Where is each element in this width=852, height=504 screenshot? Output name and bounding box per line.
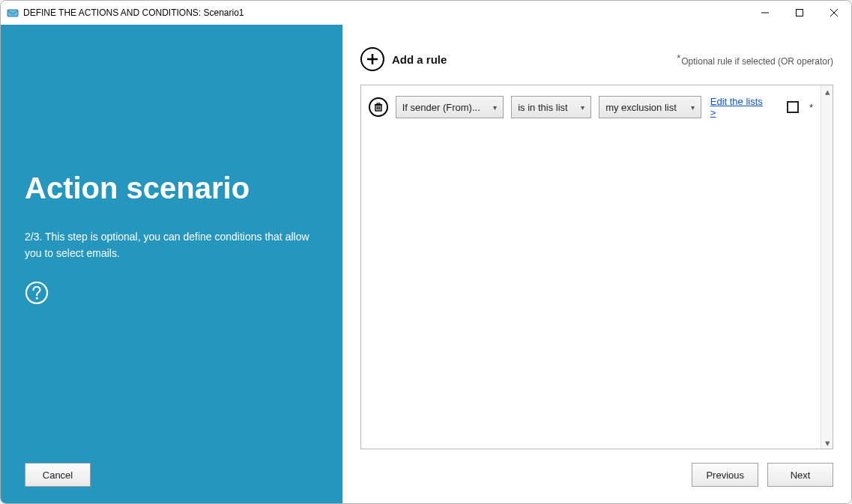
- rule-operator-value: is in this list: [518, 102, 567, 113]
- scrollbar[interactable]: ▴ ▾: [821, 85, 833, 449]
- optional-note-text: Optional rule if selected (OR operator): [681, 56, 833, 67]
- titlebar-left: DEFINE THE ACTIONS AND CONDITIONS: Scena…: [7, 7, 244, 19]
- optional-note: *Optional rule if selected (OR operator): [677, 52, 833, 67]
- scroll-up-icon[interactable]: ▴: [821, 85, 833, 97]
- main-panel: Add a rule *Optional rule if selected (O…: [342, 25, 851, 503]
- optional-marker: *: [809, 102, 813, 113]
- next-button[interactable]: Next: [767, 463, 833, 487]
- svg-point-5: [26, 282, 47, 303]
- maximize-button[interactable]: [782, 1, 817, 25]
- asterisk-icon: *: [677, 52, 680, 64]
- rule-field-value: If sender (From)...: [402, 102, 480, 113]
- main-header: Add a rule *Optional rule if selected (O…: [360, 41, 833, 77]
- optional-checkbox[interactable]: [787, 101, 799, 113]
- add-rule-label: Add a rule: [392, 53, 447, 66]
- plus-icon: [360, 47, 384, 71]
- rules-list: If sender (From)... ▾ is in this list ▾ …: [360, 85, 833, 449]
- sidebar-heading: Action scenario: [25, 171, 318, 205]
- close-button[interactable]: [817, 1, 851, 25]
- window-title: DEFINE THE ACTIONS AND CONDITIONS: Scena…: [23, 7, 244, 18]
- chevron-down-icon: ▾: [581, 103, 584, 112]
- chevron-down-icon: ▾: [493, 103, 497, 112]
- cancel-button[interactable]: Cancel: [25, 463, 91, 487]
- footer: Previous Next: [360, 449, 833, 487]
- svg-point-6: [36, 297, 38, 300]
- sidebar: Action scenario 2/3. This step is option…: [1, 25, 342, 503]
- svg-rect-2: [797, 10, 803, 16]
- edit-lists-link[interactable]: Edit the lists >: [710, 96, 770, 118]
- scroll-down-icon[interactable]: ▾: [821, 437, 833, 449]
- sidebar-footer: Cancel: [25, 463, 91, 487]
- rule-operator-select[interactable]: is in this list ▾: [511, 96, 591, 118]
- rule-value-text: my exclusion list: [605, 102, 677, 113]
- chevron-down-icon: ▾: [691, 103, 695, 112]
- add-rule-button[interactable]: Add a rule: [360, 47, 447, 71]
- titlebar: DEFINE THE ACTIONS AND CONDITIONS: Scena…: [1, 1, 851, 25]
- dialog-window: DEFINE THE ACTIONS AND CONDITIONS: Scena…: [0, 0, 852, 504]
- sidebar-description: 2/3. This step is optional, you can defi…: [25, 229, 309, 261]
- help-icon[interactable]: [25, 281, 318, 307]
- rule-value-select[interactable]: my exclusion list ▾: [599, 96, 701, 118]
- app-icon: [7, 7, 19, 19]
- dialog-body: Action scenario 2/3. This step is option…: [1, 25, 851, 503]
- rule-row: If sender (From)... ▾ is in this list ▾ …: [361, 85, 821, 129]
- svg-rect-14: [377, 103, 380, 105]
- svg-rect-0: [7, 10, 18, 16]
- delete-rule-button[interactable]: [369, 97, 388, 117]
- rules-inner: If sender (From)... ▾ is in this list ▾ …: [361, 85, 821, 449]
- minimize-button[interactable]: [748, 1, 782, 25]
- rule-field-select[interactable]: If sender (From)... ▾: [396, 96, 504, 118]
- window-controls: [748, 1, 851, 25]
- previous-button[interactable]: Previous: [692, 463, 758, 487]
